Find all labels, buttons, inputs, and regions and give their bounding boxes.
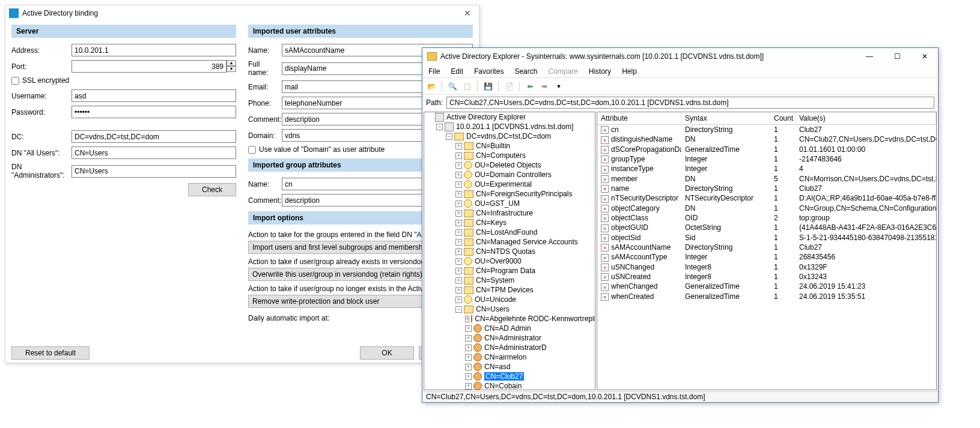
dnall-input[interactable] xyxy=(72,146,236,159)
grid-row[interactable]: auSNCreatedInteger810x13243 xyxy=(597,272,936,282)
grid-row[interactable]: anameDirectoryString1Club27 xyxy=(597,184,936,193)
tree-item[interactable]: +CN=AdministratorD xyxy=(424,343,595,352)
save-icon[interactable]: 💾 xyxy=(482,81,493,92)
tree-item[interactable]: +CN=Managed Service Accounts xyxy=(424,237,595,247)
dnall-label: DN "All Users": xyxy=(11,149,72,157)
tree-item[interactable]: +CN=Administrator xyxy=(424,333,595,343)
tree-item[interactable]: +CN=ForeignSecurityPrincipals xyxy=(424,189,595,199)
tree-item[interactable]: −DC=vdns,DC=tst,DC=dom xyxy=(424,131,595,141)
tree-item[interactable]: +CN=AD Admin xyxy=(424,324,595,333)
dc-input[interactable] xyxy=(72,130,236,143)
refresh-icon[interactable]: 🔍 xyxy=(447,81,458,92)
address-input[interactable] xyxy=(72,44,236,56)
password-label: Password: xyxy=(11,108,72,116)
menu-compare[interactable]: Compare xyxy=(548,67,577,76)
tree-item[interactable]: +CN=airmelon xyxy=(424,352,595,362)
tree-item[interactable]: +CN=Builtin xyxy=(424,141,595,151)
tree-item[interactable]: +CN=Keys xyxy=(424,218,595,228)
grid-row[interactable]: agroupTypeInteger1-2147483646 xyxy=(597,154,936,164)
port-input[interactable] xyxy=(72,60,227,73)
history-dropdown-icon[interactable]: ▼ xyxy=(553,81,564,92)
tree-item[interactable]: +OU=Unicode xyxy=(424,295,595,304)
tree-item[interactable]: +CN=LostAndFound xyxy=(424,228,595,237)
tree-item[interactable]: +OU=Experimental xyxy=(424,179,595,189)
dnadmin-input[interactable] xyxy=(72,165,236,178)
ok-button[interactable]: OK xyxy=(360,346,414,360)
tree-pane[interactable]: Active Directory Explorer−10.0.201.1 [DC… xyxy=(424,112,595,390)
address-label: Address: xyxy=(11,46,72,55)
close-icon[interactable]: ✕ xyxy=(460,5,475,21)
title-bar: Active Directory Explorer - Sysinternals… xyxy=(422,48,938,65)
ssl-checkbox[interactable] xyxy=(11,77,19,85)
phone-label: Phone: xyxy=(248,99,282,107)
comment-label: Comment: xyxy=(248,115,282,124)
username-input[interactable] xyxy=(72,89,236,102)
grid-row[interactable]: asAMAccountNameDirectoryString1Club27 xyxy=(597,243,936,252)
snapshot-icon[interactable]: 📋 xyxy=(461,81,472,92)
tree-item[interactable]: +CN=asd xyxy=(424,362,595,372)
grid-row[interactable]: acnDirectoryString1Club27 xyxy=(597,125,936,134)
open-icon[interactable]: 📂 xyxy=(426,81,437,92)
grid-row[interactable]: adistinguishedNameDN1CN=Club27,CN=Users,… xyxy=(597,134,936,144)
tree-item[interactable]: +CN=Infrastructure xyxy=(424,208,595,218)
status-bar: CN=Club27,CN=Users,DC=vdns,DC=tst,DC=dom… xyxy=(422,391,938,402)
tree-item[interactable]: +CN=Club27 xyxy=(424,372,595,381)
grid-row[interactable]: asAMAccountTypeInteger1268435456 xyxy=(597,252,936,262)
grid-row[interactable]: anTSecurityDescriptorNTSecurityDescripto… xyxy=(597,193,936,203)
close-icon[interactable]: ✕ xyxy=(916,52,933,61)
tree-item[interactable]: +CN=TPM Devices xyxy=(424,285,595,295)
forward-icon[interactable]: ➡ xyxy=(539,81,550,92)
tree-item[interactable]: +CN=Computers xyxy=(424,151,595,160)
tree-item[interactable]: +OU=Over9000 xyxy=(424,256,595,266)
user-attrs-header: Imported user attributes xyxy=(248,25,473,38)
port-label: Port: xyxy=(11,62,72,71)
domain-label: Domain: xyxy=(248,131,282,140)
menu-history[interactable]: History xyxy=(589,67,611,76)
grid-row[interactable]: amemberDN5CN=Morrison,CN=Users,DC=vdns,D… xyxy=(597,174,936,184)
tree-item[interactable]: Active Directory Explorer xyxy=(424,112,595,122)
ad-explorer-window: Active Directory Explorer - Sysinternals… xyxy=(422,47,939,403)
grid-row[interactable]: aobjectSidSid1S-1-5-21-934445180-6384704… xyxy=(597,233,936,243)
grid-row[interactable]: aobjectClassOID2top;group xyxy=(597,213,936,223)
check-button[interactable]: Check xyxy=(188,183,236,196)
back-icon[interactable]: ⬅ xyxy=(525,81,535,92)
grid-row[interactable]: auSNChangedInteger810x1329F xyxy=(597,262,936,272)
dnadmin-label: DN "Administrators": xyxy=(11,163,72,179)
tree-item[interactable]: +CN=Cobain xyxy=(424,381,595,390)
tree-item[interactable]: +CN=NTDS Quotas xyxy=(424,247,595,256)
grid-row[interactable]: ainstanceTypeInteger14 xyxy=(597,164,936,173)
menu-help[interactable]: Help xyxy=(622,67,637,76)
port-spinner[interactable]: ▲▼ xyxy=(227,60,236,73)
grid-row[interactable]: adSCorePropagationDataGeneralizedTime101… xyxy=(597,145,936,154)
menu-search[interactable]: Search xyxy=(514,67,537,76)
tree-item[interactable]: −CN=Users xyxy=(424,304,595,314)
tree-item[interactable]: +OU=Deleted Objects xyxy=(424,160,595,170)
usedomain-label: Use value of "Domain" as user attribute xyxy=(259,145,385,154)
menu-edit[interactable]: Edit xyxy=(451,67,463,76)
attributes-grid[interactable]: AttributeSyntaxCountValue(s)acnDirectory… xyxy=(597,112,937,390)
minimize-icon[interactable]: — xyxy=(861,52,878,61)
menu-file[interactable]: File xyxy=(428,67,440,76)
grid-row[interactable]: aobjectCategoryDN1CN=Group,CN=Schema,CN=… xyxy=(597,203,936,213)
grid-header[interactable]: AttributeSyntaxCountValue(s) xyxy=(597,112,936,125)
tree-item[interactable]: +OU=GST_UM xyxy=(424,199,595,208)
menu-favorites[interactable]: Favorites xyxy=(474,67,504,76)
tree-item[interactable]: +OU=Domain Controllers xyxy=(424,170,595,179)
server-section-header: Server xyxy=(11,25,236,38)
path-input[interactable] xyxy=(446,97,934,109)
tree-item[interactable]: +CN=Program Data xyxy=(424,266,595,276)
usedomain-checkbox[interactable] xyxy=(248,146,256,154)
grid-row[interactable]: awhenCreatedGeneralizedTime124.06.2019 1… xyxy=(597,292,936,301)
properties-icon[interactable]: 📄 xyxy=(504,81,514,92)
grid-row[interactable]: awhenChangedGeneralizedTime124.06.2019 1… xyxy=(597,282,936,291)
grid-row[interactable]: aobjectGUIDOctetString1{41A448AB-A431-4F… xyxy=(597,223,936,232)
tree-item[interactable]: +CN=System xyxy=(424,276,595,285)
password-input[interactable] xyxy=(72,106,236,118)
reset-button[interactable]: Reset to default xyxy=(11,346,90,360)
app-icon xyxy=(9,8,19,18)
ssl-label: SSL encrypted xyxy=(22,76,69,85)
username-label: Username: xyxy=(11,92,72,100)
maximize-icon[interactable]: ☐ xyxy=(889,52,905,61)
tree-item[interactable]: +CN=Abgelehnte RODC-Kennwortreplikations… xyxy=(424,314,595,324)
tree-item[interactable]: −10.0.201.1 [DCVDNS1.vdns.tst.dom] xyxy=(424,122,595,131)
